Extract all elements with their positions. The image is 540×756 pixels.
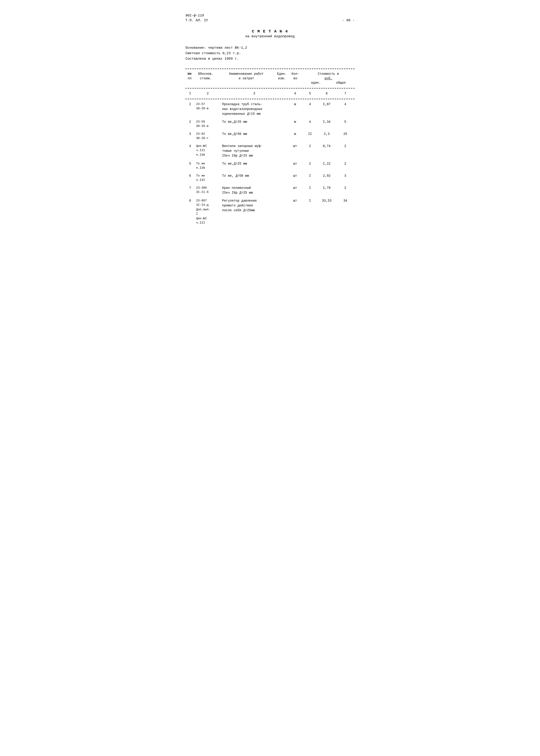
col-num-5: 5 <box>303 90 317 97</box>
cell-obosn: 23-897 3I-I4-д Доп.вып. I Цен.№I ч.III <box>195 197 221 226</box>
doc-page: - 88 - <box>342 19 354 22</box>
header-edim: Един.изм. <box>275 71 289 86</box>
col-num-I: I <box>186 90 195 97</box>
table-row: 2 23-59 30-IO-в То же,Д=25 мм м 4 I,34 5 <box>186 119 354 129</box>
cell-edim: шт <box>288 197 303 226</box>
header-kol: Кол-во <box>289 71 302 86</box>
table-row: 6 То же п.I4I То же, Д=50 мм шт I 2,92 3 <box>186 173 354 183</box>
cell-obshch: 2 <box>336 185 354 196</box>
cell-naim: То же,Д=50 мм <box>221 131 288 142</box>
cell-num: 5 <box>186 161 195 171</box>
cell-kol: I <box>303 197 317 226</box>
cell-kol: II <box>303 131 317 142</box>
header-obshch: общая <box>336 81 346 85</box>
cell-obosn: 23-57 30-IO-в <box>195 101 221 117</box>
cell-obshch: 2 <box>336 161 354 171</box>
numbers-bottom-dashed-line <box>186 99 354 99</box>
cell-edim: шт <box>288 173 303 183</box>
header-nn: №№пп <box>186 71 194 86</box>
cell-edinstv: 2,3 <box>317 131 336 142</box>
cell-obshch: 3 <box>336 173 354 183</box>
cell-obshch: 5 <box>336 119 354 129</box>
top-dashed-line <box>186 68 354 69</box>
table-header: №№пп Обоснов.стоим. Наименование работи … <box>186 71 354 86</box>
cell-edinstv: I,07 <box>317 101 336 117</box>
cell-num: 6 <box>186 173 195 183</box>
cell-naim: Прокладка труб сталь- ных водогазопровод… <box>221 101 288 117</box>
cell-edim: шт <box>288 143 303 159</box>
cell-obosn: То же п.I38 <box>195 161 221 171</box>
cell-edinstv: 33,53 <box>317 197 336 226</box>
cell-obosn: Цен.№I ч.III п.I36 <box>195 143 221 159</box>
cell-naim: Кран поливочный I5кч I8р Д=25 мм <box>221 185 288 196</box>
cell-obosn: 23-62 30-IO-г <box>195 131 221 142</box>
cell-obshch: 25 <box>336 131 354 142</box>
cell-num: 8 <box>186 197 195 226</box>
table-row: 4 Цен.№I ч.III п.I36 Вентили запорные му… <box>186 143 354 159</box>
cell-obosn: То же п.I4I <box>195 173 221 183</box>
table-row: 7 23-386 3I-II-б Кран поливочный I5кч I8… <box>186 185 354 196</box>
cell-edinstv: 0,74 <box>317 143 336 159</box>
header-bottom-dashed-line <box>186 88 354 88</box>
stoimost-text: Сметная стоимость 0,23 т.р. <box>186 51 354 56</box>
header-obosn: Обоснов.стоим. <box>194 71 218 86</box>
cell-edinstv: I,22 <box>317 161 336 171</box>
cell-naim: То же,Д=25 мм <box>221 161 288 171</box>
header-naim: Наименование работи затрат <box>218 71 275 86</box>
cell-kol: 4 <box>303 119 317 129</box>
table-row: 3 23-62 30-IO-г То же,Д=50 мм м II 2,3 2… <box>186 131 354 142</box>
cell-num: 2 <box>186 119 195 129</box>
cell-naim: Вентили запорные муф- товые чугунные I5к… <box>221 143 288 159</box>
col-num-4: 4 <box>288 90 303 97</box>
cell-num: 7 <box>186 185 195 196</box>
cell-kol: 2 <box>303 161 317 171</box>
cell-naim: То же,Д=25 мм <box>221 119 288 129</box>
cell-edinstv: I,79 <box>317 185 336 196</box>
table-row: 5 То же п.I38 То же,Д=25 мм шт 2 I,22 2 <box>186 161 354 171</box>
doc-id: 901-ф-119 <box>186 14 354 18</box>
cell-kol: I <box>303 173 317 183</box>
cell-edim: м <box>288 101 303 117</box>
col-num-7: 7 <box>336 90 354 97</box>
cell-edinstv: I,34 <box>317 119 336 129</box>
cell-kol: 4 <box>303 101 317 117</box>
title-sub: на внутренний водопровод <box>186 35 354 39</box>
cell-naim: Регулятор давления прямого действия посл… <box>221 197 288 226</box>
column-numbers-row: I 2 3 4 5 6 7 <box>186 90 354 97</box>
header-stoimost: Стоимость вруб. един. общая <box>302 71 354 86</box>
table-row: I 23-57 30-IO-в Прокладка труб сталь- ны… <box>186 101 354 117</box>
cell-edim: м <box>288 131 303 142</box>
cell-num: I <box>186 101 195 117</box>
osnov-text: Основание: чертежи лист ВК-1,2 <box>186 45 354 51</box>
title-main: С М Е Т А № 4 <box>186 29 354 34</box>
header-edinstv: един. <box>311 81 321 85</box>
cell-kol: I <box>303 185 317 196</box>
table-row: 8 23-897 3I-I4-д Доп.вып. I Цен.№I ч.III… <box>186 197 354 226</box>
col-num-3: 3 <box>221 90 288 97</box>
col-num-6: 6 <box>317 90 336 97</box>
cell-naim: То же, Д=50 мм <box>221 173 288 183</box>
cell-obosn: 23-386 3I-II-б <box>195 185 221 196</box>
cell-obshch: 4 <box>336 101 354 117</box>
cell-obshch: 34 <box>336 197 354 226</box>
cell-edinstv: 2,92 <box>317 173 336 183</box>
cell-edim: шт <box>288 185 303 196</box>
prices-text: Составлена в ценах 1969 г. <box>186 56 354 62</box>
col-num-2: 2 <box>195 90 221 97</box>
cell-obosn: 23-59 30-IO-в <box>195 119 221 129</box>
doc-tp: Т.П. АЛ. IУ <box>186 19 208 22</box>
cell-edim: м <box>288 119 303 129</box>
cell-kol: 2 <box>303 143 317 159</box>
cell-num: 4 <box>186 143 195 159</box>
cell-obshch: 2 <box>336 143 354 159</box>
cell-edim: шт <box>288 161 303 171</box>
cell-num: 3 <box>186 131 195 142</box>
